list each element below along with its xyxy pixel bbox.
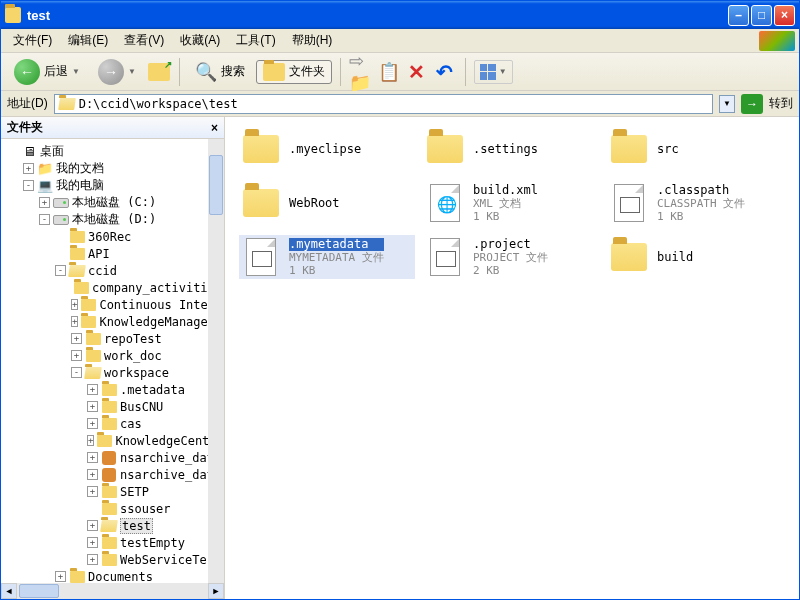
chevron-down-icon[interactable]: ▼ xyxy=(72,67,80,76)
menu-help[interactable]: 帮助(H) xyxy=(284,29,341,52)
expand-icon[interactable]: + xyxy=(87,537,98,548)
file-item[interactable]: .classpathCLASSPATH 文件1 KB xyxy=(607,181,783,225)
address-input[interactable]: D:\ccid\workspace\test xyxy=(54,94,713,114)
sidebar-close-button[interactable]: × xyxy=(211,121,218,135)
move-to-button[interactable]: ⇨📁 xyxy=(349,60,373,84)
tree-node[interactable]: +nsarchive_data xyxy=(3,466,222,483)
tree-node[interactable]: +本地磁盘 (C:) xyxy=(3,194,222,211)
tree-node[interactable]: +testEmpty xyxy=(3,534,222,551)
folder-item[interactable]: src xyxy=(607,127,783,171)
tree-node[interactable]: +nsarchive_data xyxy=(3,449,222,466)
folder-tree[interactable]: 🖥桌面+📁我的文档-💻我的电脑+本地磁盘 (C:)-本地磁盘 (D:)360Re… xyxy=(1,139,224,583)
expand-icon[interactable]: + xyxy=(23,163,34,174)
expand-icon[interactable]: + xyxy=(87,418,98,429)
tree-node[interactable]: +WebServiceTest xyxy=(3,551,222,568)
copy-to-button[interactable]: 📋 xyxy=(377,60,401,84)
horizontal-scrollbar[interactable]: ◄ ► xyxy=(1,583,224,599)
tree-node[interactable]: -ccid xyxy=(3,262,222,279)
menu-tools[interactable]: 工具(T) xyxy=(228,29,283,52)
file-icon xyxy=(241,237,281,277)
expand-icon[interactable]: + xyxy=(71,350,82,361)
folder-icon xyxy=(69,229,85,245)
go-button[interactable]: → xyxy=(741,94,763,114)
expand-icon[interactable]: + xyxy=(87,384,98,395)
delete-button[interactable]: ✕ xyxy=(405,60,429,84)
scroll-thumb[interactable] xyxy=(19,584,59,598)
collapse-icon[interactable]: - xyxy=(71,367,82,378)
file-item[interactable]: .projectPROJECT 文件2 KB xyxy=(423,235,599,279)
tree-node-label: KnowledgeManageSys xyxy=(99,315,224,329)
forward-button[interactable]: → ▼ xyxy=(91,56,143,88)
tree-node[interactable]: ssouser xyxy=(3,500,222,517)
menu-edit[interactable]: 编辑(E) xyxy=(60,29,116,52)
expand-icon[interactable]: + xyxy=(87,401,98,412)
tree-node-label: 本地磁盘 (C:) xyxy=(72,194,156,211)
up-folder-button[interactable] xyxy=(147,60,171,84)
folder-item[interactable]: .myeclipse xyxy=(239,127,415,171)
expand-icon[interactable]: + xyxy=(87,435,94,446)
expand-icon[interactable]: + xyxy=(87,520,98,531)
expand-icon[interactable]: + xyxy=(39,197,50,208)
folder-item[interactable]: build xyxy=(607,235,783,279)
tree-node-label: 桌面 xyxy=(40,143,64,160)
tree-node[interactable]: API xyxy=(3,245,222,262)
file-name: build.xml xyxy=(473,184,538,197)
menu-view[interactable]: 查看(V) xyxy=(116,29,172,52)
tree-node[interactable]: +cas xyxy=(3,415,222,432)
expand-icon[interactable]: + xyxy=(55,571,66,582)
view-mode-button[interactable]: ▼ xyxy=(474,60,513,84)
file-item[interactable]: .mymetadataMYMETADATA 文件1 KB xyxy=(239,235,415,279)
maximize-button[interactable]: □ xyxy=(751,5,772,26)
expand-icon[interactable]: + xyxy=(71,299,78,310)
titlebar[interactable]: test – □ × xyxy=(1,1,799,29)
tree-node[interactable]: +.metadata xyxy=(3,381,222,398)
tree-node[interactable]: +📁我的文档 xyxy=(3,160,222,177)
back-button[interactable]: ← 后退 ▼ xyxy=(7,56,87,88)
expand-icon[interactable]: + xyxy=(87,554,98,565)
expander-blank xyxy=(55,248,66,259)
chevron-down-icon[interactable]: ▼ xyxy=(499,67,507,76)
tree-node[interactable]: +work_doc xyxy=(3,347,222,364)
tree-node[interactable]: -💻我的电脑 xyxy=(3,177,222,194)
minimize-button[interactable]: – xyxy=(728,5,749,26)
expand-icon[interactable]: + xyxy=(71,333,82,344)
expand-icon[interactable]: + xyxy=(71,316,78,327)
scroll-right-button[interactable]: ► xyxy=(208,583,224,599)
tree-node[interactable]: company_activities xyxy=(3,279,222,296)
tree-node[interactable]: 360Rec xyxy=(3,228,222,245)
tree-node[interactable]: 🖥桌面 xyxy=(3,143,222,160)
chevron-down-icon[interactable]: ▼ xyxy=(128,67,136,76)
collapse-icon[interactable]: - xyxy=(55,265,66,276)
tree-node[interactable]: +BusCNU xyxy=(3,398,222,415)
expand-icon[interactable]: + xyxy=(87,469,98,480)
undo-button[interactable]: ↶ xyxy=(433,60,457,84)
tree-node[interactable]: +KnowledgeManageSys xyxy=(3,313,222,330)
folders-button[interactable]: 文件夹 xyxy=(256,60,332,84)
expand-icon[interactable]: + xyxy=(87,486,98,497)
file-item[interactable]: build.xmlXML 文档1 KB xyxy=(423,181,599,225)
close-button[interactable]: × xyxy=(774,5,795,26)
collapse-icon[interactable]: - xyxy=(39,214,50,225)
menu-file[interactable]: 文件(F) xyxy=(5,29,60,52)
menu-favorites[interactable]: 收藏(A) xyxy=(172,29,228,52)
tree-node[interactable]: +repoTest xyxy=(3,330,222,347)
expand-icon[interactable]: + xyxy=(87,452,98,463)
tree-node[interactable]: +Continuous Integra xyxy=(3,296,222,313)
tree-node[interactable]: +KnowledgeCenter xyxy=(3,432,222,449)
tree-node[interactable]: +Documents xyxy=(3,568,222,583)
tree-node[interactable]: -本地磁盘 (D:) xyxy=(3,211,222,228)
collapse-icon[interactable]: - xyxy=(23,180,34,191)
window-title: test xyxy=(27,8,728,23)
address-dropdown[interactable]: ▼ xyxy=(719,95,735,113)
vertical-scrollbar[interactable] xyxy=(208,139,224,583)
folder-item[interactable]: .settings xyxy=(423,127,599,171)
folder-item[interactable]: WebRoot xyxy=(239,181,415,225)
scroll-left-button[interactable]: ◄ xyxy=(1,583,17,599)
tree-node-label: 我的文档 xyxy=(56,160,104,177)
tree-node[interactable]: -workspace xyxy=(3,364,222,381)
tree-node[interactable]: +SETP xyxy=(3,483,222,500)
content-pane[interactable]: .myeclipse.settingssrcWebRootbuild.xmlXM… xyxy=(225,117,799,599)
search-button[interactable]: 🔍 搜索 xyxy=(188,58,252,86)
tree-node-label: nsarchive_data xyxy=(120,451,221,465)
tree-node[interactable]: +test xyxy=(3,517,222,534)
